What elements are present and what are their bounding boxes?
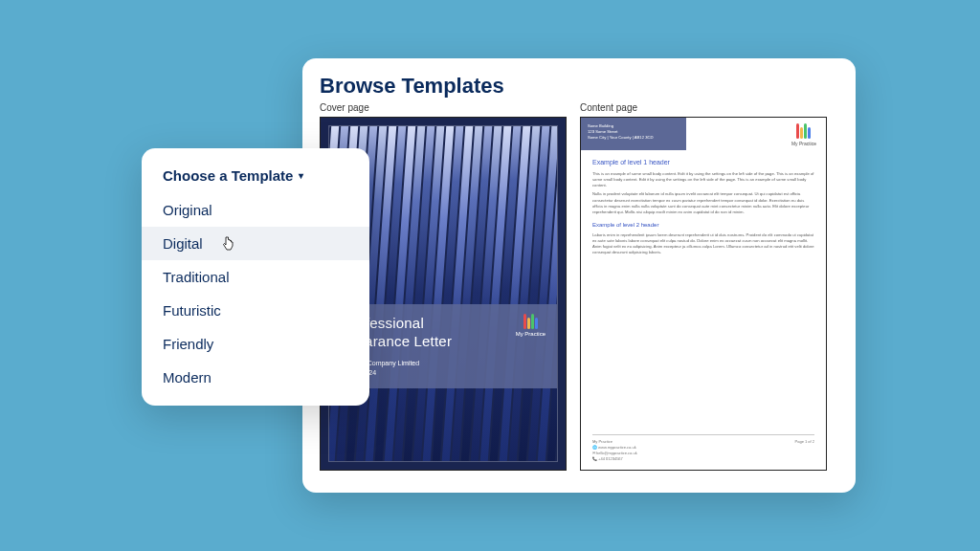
template-option-digital[interactable]: Digital	[142, 227, 369, 260]
browse-title: Browse Templates	[320, 74, 838, 99]
cover-title-line2: Clearance Letter	[343, 333, 544, 351]
template-option-futuristic[interactable]: Futuristic	[142, 294, 369, 327]
content-paragraph: Nulla in prodent voluptate elit laborum …	[592, 191, 814, 215]
cover-date: 05/12/2024	[343, 368, 544, 378]
dropdown-header-label: Choose a Template	[163, 167, 293, 184]
template-option-original[interactable]: Original	[142, 193, 369, 227]
preview-labels-row: Cover page Content page	[320, 102, 838, 117]
practice-logo: My Practice	[782, 118, 826, 150]
cover-title-line1: Professional	[343, 315, 544, 333]
template-option-label: Original	[163, 202, 212, 218]
content-paragraph: Laboris enim in reprehenderit ipsum lore…	[592, 232, 814, 256]
logo-m-icon	[516, 314, 546, 329]
content-h2: Example of level 2 header	[592, 221, 814, 230]
content-h1: Example of level 1 header	[592, 158, 814, 168]
content-footer: My Practice 🌐 www.mypractice.co.uk ✉ hel…	[592, 434, 814, 462]
template-option-friendly[interactable]: Friendly	[142, 327, 369, 361]
logo-m-icon	[791, 123, 816, 139]
cover-company: Sample Company Limited	[343, 359, 544, 368]
template-option-traditional[interactable]: Traditional	[142, 260, 369, 294]
content-header: Some Building 123 Some Street Some City …	[581, 118, 826, 150]
content-body: Example of level 1 header This is an exa…	[581, 150, 826, 263]
template-dropdown: Choose a Template ▾ Original Digital Tra…	[142, 148, 369, 406]
cursor-pointer-icon	[222, 236, 235, 254]
template-option-label: Friendly	[163, 336, 213, 352]
logo-text: My Practice	[791, 141, 816, 146]
template-option-modern[interactable]: Modern	[142, 361, 369, 394]
content-page-preview[interactable]: Some Building 123 Some Street Some City …	[580, 117, 827, 471]
template-option-label: Digital	[163, 235, 203, 252]
template-option-label: Modern	[163, 369, 212, 386]
template-option-label: Traditional	[163, 269, 229, 285]
addr-line: Some City | Your County | AB12 3CD	[588, 135, 679, 141]
cover-page-label: Cover page	[320, 102, 580, 113]
footer-page: Page 1 of 2	[795, 439, 814, 462]
footer-contact: My Practice 🌐 www.mypractice.co.uk ✉ hel…	[592, 439, 637, 462]
template-option-label: Futuristic	[163, 302, 221, 319]
content-page-label: Content page	[580, 102, 637, 113]
browse-templates-card: Browse Templates Cover page Content page	[302, 58, 856, 493]
content-paragraph: This is an example of some small body co…	[592, 171, 814, 189]
address-block: Some Building 123 Some Street Some City …	[581, 118, 686, 150]
template-dropdown-toggle[interactable]: Choose a Template ▾	[142, 160, 369, 193]
logo-text: My Practice	[516, 331, 546, 337]
chevron-down-icon: ▾	[299, 170, 303, 181]
practice-logo: My Practice	[516, 314, 546, 337]
previews-row: My Practice Professional Clearance Lette…	[320, 117, 838, 471]
footer-phone: 📞 +44 01234567	[592, 456, 637, 462]
